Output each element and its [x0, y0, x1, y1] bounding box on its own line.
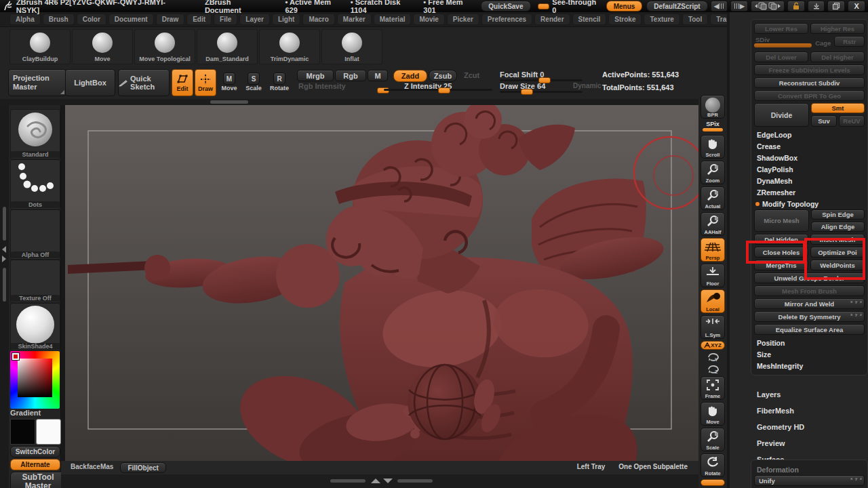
spin-edge-button[interactable]: Spin Edge [811, 209, 865, 220]
copy-paste-doc-icon[interactable] [751, 1, 785, 12]
delete-by-symmetry-button[interactable]: Delete By Symmetryx y z [754, 311, 865, 322]
palette-preview[interactable]: Preview [730, 435, 868, 451]
menu-light[interactable]: Light [272, 14, 300, 25]
alternate-button[interactable]: Alternate [10, 459, 60, 470]
lightbox-button[interactable]: LightBox [65, 69, 115, 96]
menu-file[interactable]: File [214, 14, 237, 25]
shelf-move-button[interactable]: Move [701, 402, 725, 426]
scroll-left-icon[interactable]: ◀ [711, 1, 728, 12]
quicksave-button[interactable]: QuickSave [481, 1, 530, 12]
equalize-surface-area-button[interactable]: Equalize Surface Area [754, 324, 865, 335]
sculpt-canvas[interactable] [61, 105, 698, 461]
menu-draw[interactable]: Draw [156, 14, 184, 25]
lock-icon[interactable] [787, 1, 805, 12]
shelf-actual-button[interactable]: Actual [701, 186, 725, 210]
minimize-icon[interactable] [808, 1, 825, 12]
scale-button[interactable]: S Scale [243, 69, 264, 95]
shelf-lsym-button[interactable]: L.Sym [701, 315, 725, 339]
main-color-swatch[interactable] [10, 419, 35, 445]
selector-standard[interactable]: Standard [10, 109, 60, 159]
fill-object-button[interactable]: FillObject [120, 462, 166, 473]
subtool-master-button[interactable]: SubTool Master [10, 472, 66, 488]
sdiv-slider-bar[interactable] [754, 43, 812, 47]
rgb-intensity-slider[interactable]: Rgb Intensity [298, 82, 346, 90]
see-through-slider[interactable]: See-through 0 [538, 0, 602, 14]
brush-preset-dam_standard[interactable]: Dam_Standard [197, 29, 258, 64]
mrgb-button[interactable]: Mrgb [297, 70, 334, 81]
left-tray-divider[interactable] [0, 105, 9, 488]
section-zremesher[interactable]: ZRemesher [754, 186, 865, 198]
color-picker[interactable] [10, 351, 60, 409]
color-picker-square[interactable] [18, 359, 52, 397]
section-size[interactable]: Size [754, 348, 865, 360]
section-meshintegrity[interactable]: MeshIntegrity [754, 360, 865, 371]
shelf-frame-button[interactable]: Frame [701, 376, 725, 400]
rotate-button[interactable]: R Rotate [267, 69, 292, 95]
scroll-down-icon[interactable] [383, 479, 393, 483]
default-zscript-button[interactable]: DefaultZScript [646, 1, 707, 12]
palette-fibermesh[interactable]: FiberMesh [730, 403, 868, 419]
menu-color[interactable]: Color [77, 14, 106, 25]
smt-button[interactable]: Smt [811, 103, 865, 113]
mirror-and-weld-button[interactable]: Mirror And Weldx y z [754, 298, 865, 309]
rgb-button[interactable]: Rgb [335, 70, 366, 81]
tray-collapse-left-icon[interactable] [2, 246, 6, 253]
menu-alpha[interactable]: Alpha [9, 14, 41, 25]
shelf-xyz-button[interactable]: XYZ [701, 341, 725, 350]
shelf-rotate-z-icon[interactable]: Z [701, 364, 724, 374]
brush-preset-claybuildup[interactable]: ClayBuildup [9, 29, 71, 64]
shelf-local-button[interactable]: Local [701, 289, 725, 313]
menu-macro[interactable]: Macro [302, 14, 334, 25]
gradient-label[interactable]: Gradient [10, 409, 41, 417]
section-edgeloop[interactable]: EdgeLoop [754, 129, 865, 140]
shelf-partial-button[interactable] [701, 479, 725, 486]
shelf-scale-button[interactable]: Scale [701, 428, 725, 451]
shelf-scroll-button[interactable]: Scroll [701, 135, 725, 159]
shelf-persp-button[interactable]: Persp [701, 238, 725, 262]
reconstruct-subdiv-button[interactable]: Reconstruct Subdiv [754, 77, 865, 88]
brush-preset-inflat[interactable]: Inflat [321, 29, 382, 64]
bottom-scrollbar-right-handle[interactable] [397, 479, 433, 483]
menu-document[interactable]: Document [108, 14, 154, 25]
divide-button[interactable]: Divide [754, 103, 809, 127]
suv-button[interactable]: Suv [811, 115, 837, 127]
tray-expand-right-icon[interactable] [2, 256, 6, 262]
focal-shift-slider[interactable]: Focal Shift 0 [500, 70, 544, 79]
micro-mesh-button[interactable]: Micro Mesh [754, 209, 809, 232]
palette-geometry-hd[interactable]: Geometry HD [730, 419, 868, 435]
menu-movie[interactable]: Movie [413, 14, 444, 25]
section-modify-topology[interactable]: Modify Topology [754, 198, 865, 209]
selector-skinshade4[interactable]: SkinShade4 [10, 303, 60, 351]
secondary-color-swatch[interactable] [36, 419, 61, 445]
section-shadowbox[interactable]: ShadowBox [754, 152, 865, 163]
menu-tool[interactable]: Tool [682, 14, 708, 25]
zadd-button[interactable]: Zadd [393, 70, 427, 82]
z-intensity-knob[interactable] [438, 87, 450, 94]
align-edge-button[interactable]: Align Edge [811, 222, 865, 232]
spix-slider[interactable]: SPix [700, 121, 726, 133]
section-position[interactable]: Position [754, 337, 865, 348]
backface-mask-button[interactable]: BackfaceMas [64, 463, 120, 472]
scroll-up-icon[interactable] [371, 479, 380, 483]
scroll-right-icon[interactable]: ▶ [730, 1, 748, 12]
quick-sketch-button[interactable]: Quick Sketch [118, 69, 170, 96]
top-scrollbar-handle[interactable] [210, 100, 248, 104]
shelf-aahalf-button[interactable]: AAHalf [701, 212, 725, 236]
section-crease[interactable]: Crease [754, 140, 865, 152]
close-icon[interactable]: X [848, 1, 865, 12]
brush-preset-move[interactable]: Move [72, 29, 133, 64]
draw-button[interactable]: Draw [195, 69, 216, 96]
palette-layers[interactable]: Layers [730, 386, 868, 403]
bottom-scrollbar-left-handle[interactable] [330, 479, 366, 483]
shelf-floor-button[interactable]: Floor [701, 264, 725, 287]
menu-stroke[interactable]: Stroke [608, 14, 642, 25]
shelf-rotate-button[interactable]: Rotate [701, 453, 725, 477]
menu-material[interactable]: Material [374, 14, 412, 25]
move-button[interactable]: M Move [218, 69, 240, 95]
menus-button[interactable]: Menus [606, 1, 643, 12]
menu-edit[interactable]: Edit [186, 14, 212, 25]
brush-preset-trimdynamic[interactable]: TrimDynamic [259, 29, 320, 64]
selector-texture-off[interactable]: Texture Off [10, 260, 60, 303]
menu-brush[interactable]: Brush [43, 14, 75, 25]
deformation-header[interactable]: Deformation [754, 464, 865, 475]
